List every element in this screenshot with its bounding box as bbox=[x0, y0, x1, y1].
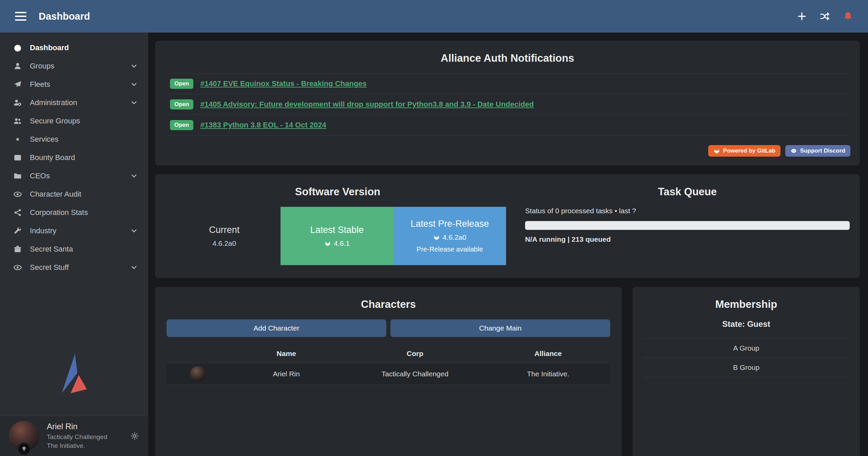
add-character-button[interactable]: Add Character bbox=[167, 319, 386, 337]
discord-badge[interactable]: Support Discord bbox=[785, 145, 850, 157]
sidebar-item-label: Administration bbox=[30, 98, 77, 107]
group-list-item: B Group bbox=[643, 358, 849, 377]
chevron-down-icon bbox=[130, 99, 138, 107]
notification-row: Open #1405 Advisory: Future development … bbox=[167, 94, 848, 115]
gitlab-tanuki-icon bbox=[713, 147, 720, 154]
table-header-corp: Corp bbox=[344, 344, 486, 363]
sidebar-item-secure-groups[interactable]: Secure Groups bbox=[0, 112, 148, 130]
share-nodes-icon bbox=[12, 208, 23, 217]
sidebar-item-services[interactable]: Services bbox=[0, 130, 148, 148]
characters-title: Characters bbox=[165, 298, 612, 311]
page-title: Dashboard bbox=[39, 11, 90, 22]
change-main-button[interactable]: Change Main bbox=[390, 319, 610, 337]
sidebar-item-administration[interactable]: Administration bbox=[0, 94, 148, 112]
task-queue-section: Task Queue Status of 0 processed tasks •… bbox=[511, 183, 850, 265]
shuffle-icon[interactable] bbox=[820, 11, 830, 21]
membership-state: State: Guest bbox=[642, 319, 850, 329]
software-version-section: Software Version Current 4.6.2a0 Latest … bbox=[165, 183, 511, 265]
sidebar-item-character-audit[interactable]: Character Audit bbox=[0, 185, 148, 203]
sidebar-item-label: Industry bbox=[30, 226, 56, 235]
characters-panel: Characters Add Character Change Main Nam… bbox=[155, 287, 622, 456]
version-cell-value: 4.6.1 bbox=[334, 239, 350, 247]
task-queue-counts: N/A running | 213 queued bbox=[525, 235, 850, 243]
gitlab-badge[interactable]: Powered by GitLab bbox=[708, 145, 780, 157]
chevron-down-icon bbox=[130, 62, 138, 70]
version-cell-label: Latest Stable bbox=[310, 225, 364, 235]
gitlab-badge-label: Powered by GitLab bbox=[723, 147, 775, 154]
plus-icon[interactable] bbox=[797, 11, 807, 21]
sidebar-item-label: Dashboard bbox=[30, 43, 69, 52]
sidebar-item-label: CEOs bbox=[30, 172, 50, 180]
gear-icon[interactable] bbox=[130, 431, 139, 441]
version-stable-cell: Latest Stable 4.6.1 bbox=[281, 207, 393, 265]
gift-icon bbox=[12, 245, 23, 254]
group-list-item: A Group bbox=[643, 338, 849, 358]
status-badge: Open bbox=[170, 120, 193, 130]
users-icon bbox=[12, 117, 23, 125]
table-header-alliance: Alliance bbox=[486, 344, 610, 363]
gitlab-tanuki-icon bbox=[433, 234, 440, 241]
folder-icon bbox=[12, 172, 23, 180]
sidebar-item-ceos[interactable]: CEOs bbox=[0, 167, 148, 185]
notification-link[interactable]: #1407 EVE Equinox Status - Breaking Chan… bbox=[200, 79, 366, 88]
notification-row: Open #1383 Python 3.8 EOL - 14 Oct 2024 bbox=[167, 115, 848, 136]
main-content: Alliance Auth Notifications Open #1407 E… bbox=[148, 33, 868, 456]
gitlab-tanuki-icon bbox=[324, 240, 331, 247]
character-corp: Tactically Challenged bbox=[344, 363, 486, 385]
chevron-down-icon bbox=[130, 80, 138, 88]
notifications-title: Alliance Auth Notifications bbox=[165, 52, 850, 64]
sidebar-item-corporation-stats[interactable]: Corporation Stats bbox=[0, 203, 148, 222]
sidebar: Dashboard Groups Fleets bbox=[0, 33, 148, 456]
gears-icon bbox=[12, 135, 23, 144]
notification-link[interactable]: #1383 Python 3.8 EOL - 14 Oct 2024 bbox=[200, 121, 326, 130]
sidebar-item-secret-santa[interactable]: Secret Santa bbox=[0, 240, 148, 258]
version-prerelease-cell: Latest Pre-Release 4.6.2a0 Pre-Release a… bbox=[393, 207, 506, 265]
paper-plane-icon bbox=[12, 80, 23, 89]
sidebar-item-label: Character Audit bbox=[30, 190, 81, 199]
sidebar-item-fleets[interactable]: Fleets bbox=[0, 75, 148, 94]
users-gear-icon bbox=[12, 98, 23, 107]
character-row: Ariel Rin Tactically Challenged The Init… bbox=[167, 363, 610, 385]
user-corp: Tactically Challenged bbox=[47, 433, 108, 441]
user-alliance: The Initiative. bbox=[47, 441, 108, 450]
version-cell-label: Current bbox=[209, 225, 239, 235]
top-navbar: Dashboard bbox=[0, 0, 868, 33]
software-version-title: Software Version bbox=[165, 186, 511, 198]
character-name: Ariel Rin bbox=[229, 363, 344, 385]
prerelease-note: Pre-Release available bbox=[417, 245, 483, 253]
bell-icon[interactable] bbox=[843, 11, 853, 21]
character-avatar bbox=[190, 366, 206, 382]
notifications-panel: Alliance Auth Notifications Open #1407 E… bbox=[155, 41, 860, 165]
task-queue-title: Task Queue bbox=[524, 186, 850, 198]
sidebar-item-bounty-board[interactable]: Bounty Board bbox=[0, 148, 148, 167]
sidebar-item-label: Groups bbox=[30, 62, 54, 71]
user-avatar bbox=[9, 421, 39, 451]
user-card: Ariel Rin Tactically Challenged The Init… bbox=[0, 416, 148, 456]
version-cell-value: 4.6.2a0 bbox=[443, 233, 466, 241]
user-icon bbox=[12, 62, 23, 71]
status-badge: Open bbox=[170, 99, 193, 110]
sidebar-item-label: Services bbox=[30, 135, 58, 144]
membership-title: Membership bbox=[642, 298, 850, 311]
sidebar-item-label: Bounty Board bbox=[30, 153, 75, 162]
sidebar-item-label: Secure Groups bbox=[30, 117, 80, 125]
task-queue-status: Status of 0 processed tasks • last ? bbox=[525, 207, 850, 215]
sidebar-item-groups[interactable]: Groups bbox=[0, 57, 148, 75]
sidebar-item-secret-stuff[interactable]: Secret Stuff bbox=[0, 258, 148, 277]
sidebar-item-label: Secret Santa bbox=[30, 245, 73, 254]
task-progress-bar bbox=[525, 221, 850, 230]
menu-toggle-button[interactable] bbox=[15, 12, 26, 21]
discord-icon bbox=[790, 147, 797, 154]
notification-row: Open #1407 EVE Equinox Status - Breaking… bbox=[167, 73, 848, 94]
chevron-down-icon bbox=[130, 227, 138, 235]
table-header-avatar bbox=[167, 344, 229, 363]
notification-link[interactable]: #1405 Advisory: Future development will … bbox=[200, 100, 534, 109]
membership-panel: Membership State: Guest A Group B Group bbox=[633, 287, 860, 456]
discord-badge-label: Support Discord bbox=[800, 147, 845, 154]
board-icon bbox=[12, 153, 23, 162]
user-name: Ariel Rin bbox=[47, 422, 108, 431]
corp-logo-badge bbox=[18, 442, 31, 455]
alliance-logo bbox=[0, 353, 148, 416]
sidebar-item-industry[interactable]: Industry bbox=[0, 222, 148, 240]
sidebar-item-dashboard[interactable]: Dashboard bbox=[0, 39, 148, 57]
